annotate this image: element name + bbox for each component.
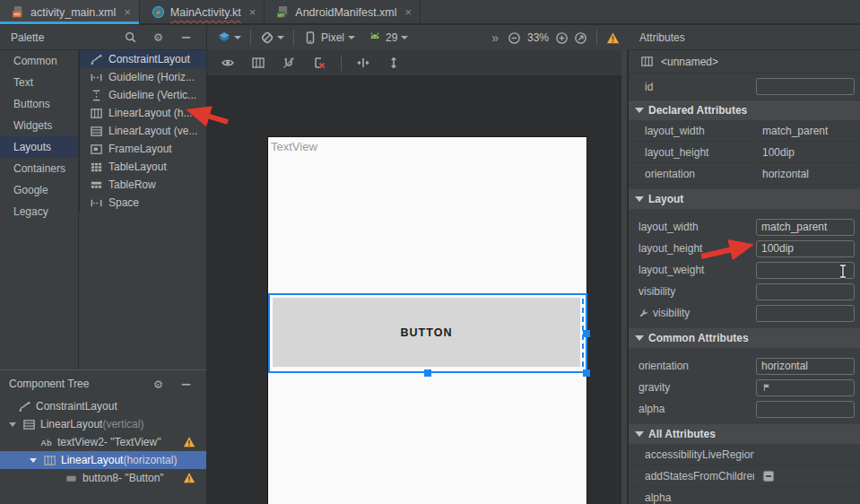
palette-category-widgets[interactable]: Widgets (0, 115, 78, 136)
orientation-button[interactable] (257, 29, 287, 47)
zoom-in-button[interactable] (552, 30, 571, 47)
palette-item[interactable]: ConstraintLayout (80, 50, 206, 68)
palette-category-legacy[interactable]: Legacy (0, 201, 78, 222)
view-options-button[interactable] (218, 54, 238, 72)
view-mode-button[interactable] (214, 29, 244, 47)
tree-node[interactable]: ConstraintLayout (0, 397, 206, 415)
palette-item[interactable]: Guideline (Horiz... (80, 68, 206, 86)
attribute-value-field[interactable]: 100dip (756, 240, 855, 257)
overflow-chevrons[interactable]: » (491, 30, 498, 45)
attribute-value-field[interactable]: match_parent (756, 219, 855, 236)
orientation-toggle-button[interactable] (248, 54, 268, 72)
attribute-value[interactable] (754, 444, 860, 465)
gear-icon-button[interactable]: ⚙ (149, 376, 168, 393)
attribute-value-field[interactable] (756, 283, 855, 300)
attribute-value-field[interactable] (756, 379, 855, 396)
tree-node[interactable]: LinearLayout(horizontal) (0, 451, 206, 469)
clear-constraints-button[interactable] (309, 54, 329, 72)
section-header-common-attributes[interactable]: Common Attributes (629, 328, 860, 348)
editor-tab-MainActivity.kt[interactable]: MainActivity.kt× (140, 0, 265, 24)
close-icon[interactable]: × (405, 6, 413, 18)
tree-node[interactable]: button8- "Button" (0, 469, 206, 487)
palette-category-google[interactable]: Google (0, 179, 78, 201)
minimize-icon-button[interactable] (177, 376, 195, 393)
autoconnect-button[interactable] (279, 54, 299, 72)
attribute-row-layout_width: layout_widthmatch_parent (629, 216, 860, 238)
palette-item[interactable]: Space (80, 194, 206, 212)
section-padding (629, 209, 860, 216)
attribute-value[interactable] (754, 487, 860, 504)
attribute-value[interactable]: horizontal (754, 163, 860, 184)
attribute-value[interactable] (754, 465, 860, 486)
close-icon[interactable]: × (124, 6, 131, 18)
palette-title: Palette (0, 31, 44, 44)
canvas-button[interactable]: BUTTON (273, 298, 580, 367)
tree-node[interactable]: LinearLayout(vertical) (0, 415, 206, 433)
palette-item[interactable]: LinearLayout (h... (80, 104, 206, 122)
canvas-textview[interactable]: TextView (271, 140, 317, 153)
palette-category-layouts[interactable]: Layouts (0, 136, 78, 158)
editor-tab-bar: <>activity_main.xml×MainActivity.kt×MFAn… (0, 0, 860, 24)
tab-label: AndroidManifest.xml (295, 6, 396, 19)
palette-item[interactable]: Guideline (Vertic... (80, 86, 206, 104)
palette-category-containers[interactable]: Containers (0, 158, 78, 179)
tree-expand-icon[interactable] (30, 458, 37, 463)
dropdown-caret-icon (348, 36, 355, 39)
pack-button[interactable] (353, 54, 373, 72)
attribute-value-field[interactable]: horizontal (756, 358, 855, 375)
attribute-value[interactable]: match_parent (754, 120, 860, 141)
palette-item[interactable]: LinearLayout (ve... (80, 122, 206, 140)
android-studio-layout-editor: <>activity_main.xml×MainActivity.kt×MFAn… (0, 0, 860, 504)
api-version-button[interactable]: 29 (365, 29, 411, 47)
collapse-arrow-icon[interactable] (635, 335, 644, 341)
svg-text:MF: MF (278, 13, 286, 18)
id-input[interactable] (756, 78, 855, 95)
expand-vertical-button[interactable] (384, 54, 404, 72)
close-icon[interactable]: × (249, 6, 256, 18)
palette-item-label: LinearLayout (h... (109, 107, 192, 119)
guideline-vertical-icon (90, 89, 103, 102)
palette-category-text[interactable]: Text (0, 72, 78, 93)
collapse-arrow-icon[interactable] (635, 108, 644, 113)
section-header-all-attributes[interactable]: All Attributes (629, 424, 860, 444)
palette-category-common[interactable]: Common (0, 50, 78, 72)
selection-handle-corner[interactable] (583, 369, 590, 377)
tree-expand-icon[interactable] (9, 422, 16, 427)
search-icon-button[interactable] (121, 29, 140, 46)
attribute-value-field[interactable] (756, 305, 855, 322)
linear-horizontal-icon (90, 107, 103, 120)
palette-item[interactable]: FrameLayout (80, 140, 206, 158)
collapse-arrow-icon[interactable] (635, 196, 644, 202)
section-title: Common Attributes (648, 332, 749, 344)
selection-handle-bottom[interactable] (424, 369, 431, 377)
device-selector-button[interactable]: Pixel (300, 29, 358, 47)
collapse-arrow-icon[interactable] (635, 431, 644, 437)
minimize-icon-button[interactable] (177, 29, 195, 46)
warnings-button[interactable] (604, 30, 622, 47)
attribute-row-orientation: orientationhorizontal (629, 355, 860, 377)
zoom-out-button[interactable] (505, 30, 524, 47)
tree-node[interactable]: AbtextView2- "TextView" (0, 433, 206, 451)
attribute-value[interactable]: 100dip (754, 142, 860, 162)
section-header-declared-attributes[interactable]: Declared Attributes (629, 100, 860, 120)
attribute-value-field[interactable] (756, 262, 855, 279)
attribute-row-visibility: visibility (629, 302, 860, 324)
selection-handle-right[interactable] (583, 330, 590, 337)
section-header-layout[interactable]: Layout (629, 189, 860, 209)
attribute-value-field[interactable] (756, 401, 855, 418)
warning-icon (183, 436, 195, 451)
palette-item[interactable]: TableLayout (80, 158, 206, 176)
palette-item[interactable]: TableRow (80, 176, 206, 194)
constraint-layout-icon (90, 53, 103, 66)
svg-text:<>: <> (13, 11, 21, 17)
editor-tab-AndroidManifest.xml[interactable]: MFAndroidManifest.xml× (265, 0, 421, 24)
checkbox-indeterminate-icon[interactable] (762, 470, 775, 482)
panel-splitter[interactable] (621, 50, 627, 504)
editor-tab-activity_main.xml[interactable]: <>activity_main.xml× (0, 0, 140, 24)
zoom-to-fit-button[interactable] (571, 30, 590, 47)
section-title: Declared Attributes (648, 104, 747, 117)
flag-icon (761, 382, 772, 393)
manifest-file-icon: MF (276, 5, 290, 19)
gear-icon-button[interactable]: ⚙ (149, 29, 168, 46)
palette-category-buttons[interactable]: Buttons (0, 93, 78, 115)
